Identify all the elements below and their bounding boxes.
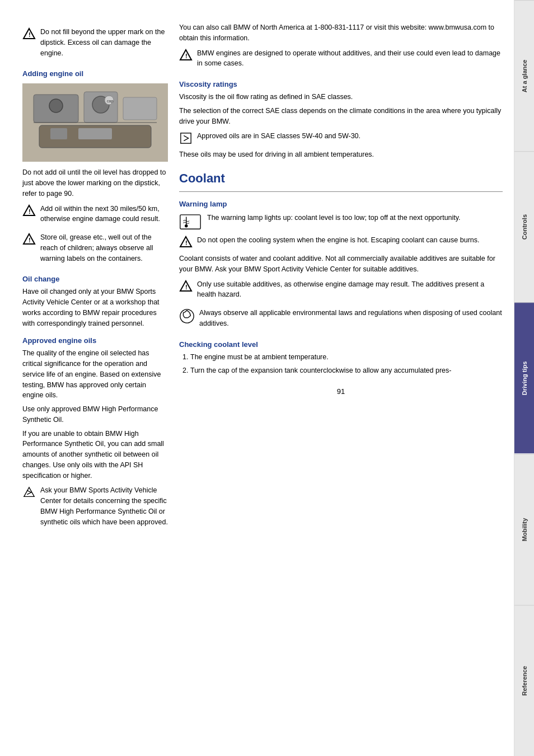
sidebar-tab-reference[interactable]: Reference (514, 605, 534, 756)
warning-triangle-icon3: ! (22, 233, 36, 246)
warning-triangle-icon4: ! (179, 49, 193, 62)
add-oil-warn1-block: ! Add oil within the next 30 miles/50 km… (22, 204, 168, 228)
approved-oils-body3: If you are unable to obtain BMW High Per… (22, 429, 168, 481)
approved-oils-note-text: Ask your BMW Sports Activity Vehicle Cen… (40, 485, 168, 527)
svg-point-7 (49, 99, 63, 112)
coolant-lamp-icon (179, 214, 202, 231)
checking-coolant-heading: Checking coolant level (179, 340, 503, 349)
warning-triangle-icon5: ! (179, 236, 193, 249)
left-column: ! Do not fill beyond the upper mark on t… (22, 22, 168, 734)
warning-lamp-block: The warning lamp lights up: coolant leve… (179, 213, 503, 231)
warning-triangle-icon2: ! (22, 204, 36, 218)
viscosity-heading: Viscosity ratings (179, 80, 503, 88)
viscosity-note-text: Approved oils are in SAE classes 5W-40 a… (197, 131, 360, 142)
engine-image: cap (22, 83, 168, 162)
svg-rect-10 (50, 128, 67, 139)
right-intro-body1: You can also call BMW of North America a… (179, 22, 503, 44)
svg-text:!: ! (185, 284, 188, 290)
warning-lamp-heading: Warning lamp (179, 200, 503, 208)
right-intro-warn-block: ! BMW engines are designed to operate wi… (179, 48, 503, 73)
svg-text:!: ! (29, 237, 31, 243)
sidebar: At a glance Controls Driving tips Mobili… (514, 0, 534, 756)
viscosity-body2: The selection of the correct SAE class d… (179, 106, 503, 127)
svg-point-25 (185, 224, 188, 227)
viscosity-body3: These oils may be used for driving in al… (179, 149, 503, 160)
svg-marker-19 (24, 489, 34, 497)
checking-coolant-steps: The engine must be at ambient temperatur… (179, 352, 503, 377)
checking-step-2: Turn the cap of the expansion tank count… (190, 365, 503, 376)
note-triangle-icon (22, 486, 36, 499)
note-play-icon (179, 132, 193, 145)
svg-point-30 (180, 309, 194, 323)
coolant-warn2-block: ! Only use suitable additives, as otherw… (179, 279, 503, 304)
approved-oils-body1: The quality of the engine oil selected h… (22, 348, 168, 401)
add-oil-warn2-block: ! Store oil, grease etc., well out of th… (22, 232, 168, 267)
coolant-recycle-block: Always observe all applicable environmen… (179, 308, 503, 332)
checking-step-1: The engine must be at ambient temperatur… (190, 352, 503, 363)
sidebar-tab-controls[interactable]: Controls (514, 151, 534, 302)
svg-text:!: ! (29, 31, 31, 38)
approved-oils-heading: Approved engine oils (22, 336, 168, 345)
svg-text:!: ! (185, 53, 188, 59)
sidebar-tab-driving-tips[interactable]: Driving tips (514, 302, 534, 453)
add-oil-warn2-text: Store oil, grease etc., well out of the … (40, 232, 168, 264)
coolant-warn1-block: ! Do not open the cooling system when th… (179, 235, 503, 249)
right-intro-warn-text: BMW engines are designed to operate with… (197, 48, 503, 69)
oil-change-heading: Oil change (22, 275, 168, 283)
coolant-body1: Coolant consists of water and coolant ad… (179, 253, 503, 275)
coolant-heading: Coolant (179, 171, 503, 186)
svg-rect-22 (181, 133, 191, 143)
warning-triangle-icon: ! (22, 27, 36, 41)
coolant-divider (179, 191, 503, 192)
svg-text:!: ! (185, 240, 188, 246)
warning-triangle-icon6: ! (179, 280, 193, 293)
dipstick-warning-block: ! Do not fill beyond the upper mark on t… (22, 27, 168, 62)
adding-oil-heading: Adding engine oil (22, 69, 168, 78)
right-column: You can also call BMW of North America a… (179, 22, 503, 734)
coolant-recycle-text: Always observe all applicable environmen… (199, 308, 503, 329)
page-number: 91 (179, 387, 503, 396)
svg-rect-11 (78, 128, 112, 139)
sidebar-tab-mobility[interactable]: Mobility (514, 454, 534, 605)
add-oil-warn1-text: Add oil within the next 30 miles/50 km, … (40, 204, 168, 225)
coolant-warn1-text: Do not open the cooling system when the … (197, 235, 480, 246)
svg-text:cap: cap (107, 99, 113, 104)
viscosity-body1: Viscosity is the oil flow rating as defi… (179, 92, 503, 102)
warning-lamp-body-text: The warning lamp lights up: coolant leve… (207, 213, 461, 223)
svg-rect-23 (180, 215, 200, 229)
svg-marker-18 (24, 487, 34, 497)
svg-text:!: ! (29, 208, 31, 215)
coolant-warn2-text: Only use suitable additives, as otherwis… (197, 279, 503, 300)
approved-oils-body2: Use only approved BMW High Performance S… (22, 404, 168, 425)
dipstick-warning-text: Do not fill beyond the upper mark on the… (40, 27, 168, 58)
adding-oil-body: Do not add oil until the oil level has d… (22, 167, 168, 199)
viscosity-note-block: Approved oils are in SAE classes 5W-40 a… (179, 131, 503, 145)
oil-change-body: Have oil changed only at your BMW Sports… (22, 287, 168, 328)
sidebar-tab-at-a-glance[interactable]: At a glance (514, 0, 534, 151)
recycle-icon (179, 308, 195, 324)
approved-oils-note-block: Ask your BMW Sports Activity Vehicle Cen… (22, 485, 168, 530)
svg-rect-5 (123, 97, 157, 120)
